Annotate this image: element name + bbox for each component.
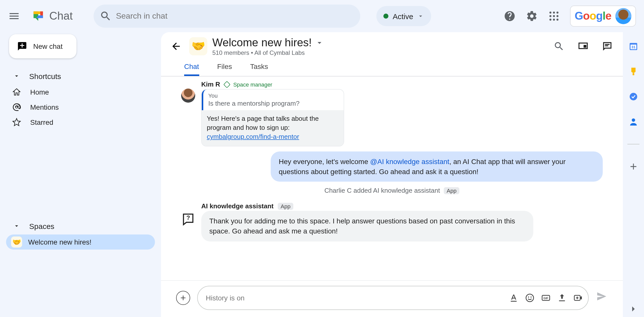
caret-down-icon — [13, 72, 20, 80]
svg-point-8 — [556, 19, 558, 21]
new-chat-button[interactable]: New chat — [9, 34, 76, 58]
spaces-label: Spaces — [29, 222, 54, 230]
nav-starred-label: Starred — [30, 118, 53, 126]
back-button[interactable] — [168, 38, 184, 54]
quote-text: Is there a mentorship program? — [208, 100, 339, 107]
quote-author: You — [208, 93, 339, 99]
avatar-kim[interactable] — [181, 89, 195, 103]
message-text-pre: Hey everyone, let's welcome — [279, 157, 370, 165]
search-input[interactable] — [116, 12, 356, 21]
quoted-reply-card: You Is there a mentorship program? Yes! … — [201, 89, 344, 146]
svg-point-11 — [526, 294, 534, 302]
tab-files[interactable]: Files — [217, 59, 232, 76]
svg-text:GIF: GIF — [543, 296, 548, 300]
svg-point-21 — [630, 93, 637, 100]
new-chat-icon — [17, 41, 27, 51]
message-kim: Kim R Space manager You Is there a mento… — [181, 81, 603, 146]
compose-input[interactable] — [206, 294, 509, 302]
main-panel: 🤝 Welcome new hires! 510 members • All o… — [161, 32, 623, 317]
svg-point-5 — [556, 15, 558, 17]
contacts-icon[interactable] — [628, 117, 638, 127]
help-button[interactable] — [500, 6, 520, 26]
emoji-icon[interactable] — [525, 293, 535, 303]
svg-point-12 — [528, 297, 529, 298]
left-nav: New chat Shortcuts Home Mentions Starred… — [0, 32, 161, 317]
compose-add-button[interactable] — [176, 291, 190, 305]
apps-grid-button[interactable] — [544, 6, 564, 26]
system-text: Charlie C added AI knowledge assistant — [324, 187, 440, 194]
status-dot-icon — [384, 14, 389, 19]
chat-logo-icon — [30, 8, 46, 24]
avatar-app[interactable]: ? — [181, 212, 195, 226]
nav-home[interactable]: Home — [6, 85, 155, 100]
main-menu-button[interactable] — [4, 6, 24, 26]
svg-point-6 — [549, 19, 551, 21]
tasks-icon[interactable] — [628, 92, 638, 102]
nav-mentions[interactable]: Mentions — [6, 100, 155, 115]
app-chip: App — [278, 203, 294, 210]
expand-panel-icon[interactable] — [628, 304, 638, 314]
mentor-link[interactable]: cymbalgroup.com/find-a-mentor — [207, 133, 299, 141]
chevron-down-icon — [315, 38, 324, 47]
message-body: Thank you for adding me to this space. I… — [201, 211, 533, 241]
system-event: Charlie C added AI knowledge assistant A… — [181, 187, 603, 194]
caret-down-icon — [13, 222, 20, 229]
tab-chat[interactable]: Chat — [184, 59, 199, 76]
gif-icon[interactable]: GIF — [541, 293, 551, 303]
home-icon — [12, 88, 21, 97]
space-avatar: 🤝 — [189, 37, 207, 55]
space-item-welcome-new-hires[interactable]: 🤝 Welcome new hires! — [6, 234, 155, 250]
calendar-icon[interactable]: 31 — [628, 41, 638, 51]
upload-icon[interactable] — [557, 293, 567, 303]
search-icon — [98, 8, 114, 24]
compose-box[interactable]: GIF — [197, 286, 589, 310]
space-title: Welcome new hires! — [212, 36, 312, 49]
svg-point-2 — [556, 12, 558, 14]
plus-icon — [179, 294, 187, 302]
side-panel: 31 — [623, 32, 644, 317]
sender-role: Space manager — [233, 81, 272, 87]
svg-point-4 — [553, 15, 555, 17]
svg-text:31: 31 — [631, 45, 636, 49]
nav-home-label: Home — [30, 88, 49, 96]
send-button[interactable] — [596, 290, 608, 305]
thread-panel-button[interactable] — [599, 38, 616, 55]
tab-tasks[interactable]: Tasks — [250, 59, 268, 76]
mention-chip[interactable]: @AI knowledge assistant — [370, 157, 449, 165]
message-body: Yes! Here's a page that talks about the … — [202, 110, 344, 146]
keep-icon[interactable] — [628, 66, 638, 76]
svg-point-7 — [553, 19, 555, 21]
space-item-emoji: 🤝 — [11, 236, 22, 248]
settings-button[interactable] — [522, 6, 542, 26]
nav-starred[interactable]: Starred — [6, 115, 155, 130]
video-upload-icon[interactable] — [573, 293, 583, 303]
svg-point-0 — [549, 12, 551, 14]
space-item-label: Welcome new hires! — [28, 238, 92, 246]
search-in-space-button[interactable] — [550, 38, 568, 55]
google-account-box[interactable]: Google — [570, 6, 636, 27]
message-text: Yes! Here's a page that talks about the … — [207, 115, 319, 131]
shortcuts-label: Shortcuts — [29, 72, 61, 80]
svg-point-3 — [549, 15, 551, 17]
nav-mentions-label: Mentions — [30, 103, 59, 111]
search-bar[interactable] — [94, 5, 360, 28]
shortcuts-section-toggle[interactable]: Shortcuts — [6, 67, 155, 85]
app-name: Chat — [49, 10, 73, 23]
space-title-button[interactable]: Welcome new hires! — [212, 36, 324, 49]
get-addons-icon[interactable] — [628, 162, 638, 172]
chevron-down-icon — [417, 13, 424, 20]
spaces-section-toggle[interactable]: Spaces — [6, 217, 155, 234]
svg-point-22 — [632, 118, 635, 122]
format-icon[interactable] — [509, 293, 519, 303]
svg-text:?: ? — [186, 215, 190, 221]
svg-rect-9 — [584, 45, 586, 48]
svg-rect-20 — [633, 73, 634, 75]
account-avatar[interactable] — [615, 8, 631, 24]
message-outgoing: Hey everyone, let's welcome @AI knowledg… — [271, 151, 603, 182]
space-subtitle: 510 members • All of Cymbal Labs — [212, 49, 324, 56]
status-selector[interactable]: Active — [377, 6, 431, 26]
sender-name: Kim R — [201, 81, 220, 88]
present-screen-button[interactable] — [575, 38, 592, 55]
svg-point-1 — [553, 12, 555, 14]
at-icon — [12, 103, 21, 112]
